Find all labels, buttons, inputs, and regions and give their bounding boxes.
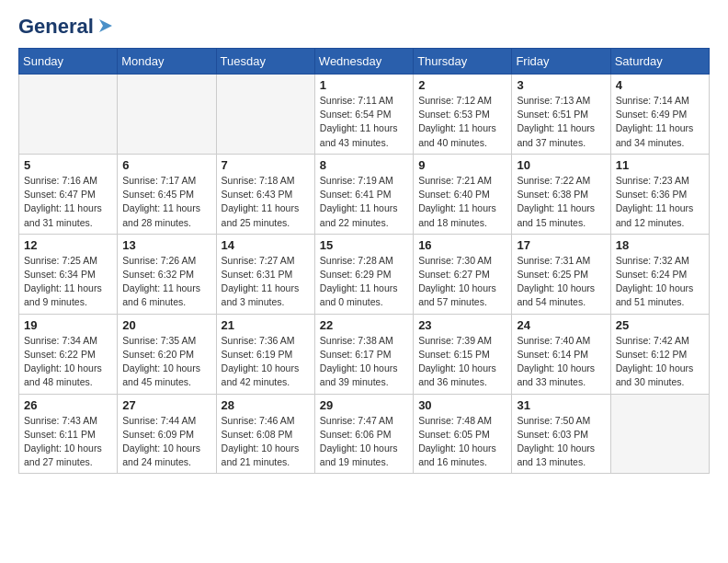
calendar-cell: 4Sunrise: 7:14 AM Sunset: 6:49 PM Daylig… <box>610 75 709 155</box>
day-info: Sunrise: 7:31 AM Sunset: 6:25 PM Dayligh… <box>517 254 605 310</box>
day-info: Sunrise: 7:27 AM Sunset: 6:31 PM Dayligh… <box>222 254 310 310</box>
day-number: 14 <box>222 238 310 252</box>
calendar-header-tuesday: Tuesday <box>216 49 314 75</box>
calendar-header-monday: Monday <box>118 49 216 75</box>
day-number: 6 <box>122 158 210 172</box>
calendar-cell: 14Sunrise: 7:27 AM Sunset: 6:31 PM Dayli… <box>216 234 314 314</box>
calendar-cell: 21Sunrise: 7:36 AM Sunset: 6:19 PM Dayli… <box>216 314 314 394</box>
calendar-cell <box>19 75 118 155</box>
calendar-week-row: 12Sunrise: 7:25 AM Sunset: 6:34 PM Dayli… <box>19 234 710 314</box>
day-info: Sunrise: 7:26 AM Sunset: 6:32 PM Dayligh… <box>122 254 210 310</box>
day-info: Sunrise: 7:46 AM Sunset: 6:08 PM Dayligh… <box>222 414 310 470</box>
day-number: 27 <box>122 398 210 412</box>
calendar-cell: 10Sunrise: 7:22 AM Sunset: 6:38 PM Dayli… <box>512 154 610 234</box>
calendar-header-saturday: Saturday <box>610 49 709 75</box>
logo: General <box>18 15 116 39</box>
day-number: 12 <box>24 238 112 252</box>
calendar-cell: 29Sunrise: 7:47 AM Sunset: 6:06 PM Dayli… <box>314 394 413 474</box>
day-number: 2 <box>418 78 506 92</box>
day-number: 5 <box>24 158 112 172</box>
calendar-cell <box>216 75 314 155</box>
day-number: 8 <box>320 158 408 172</box>
svg-marker-0 <box>99 19 112 32</box>
calendar-cell: 12Sunrise: 7:25 AM Sunset: 6:34 PM Dayli… <box>19 234 118 314</box>
day-number: 30 <box>418 398 506 412</box>
day-number: 20 <box>122 318 210 332</box>
calendar-cell: 5Sunrise: 7:16 AM Sunset: 6:47 PM Daylig… <box>19 154 118 234</box>
day-info: Sunrise: 7:21 AM Sunset: 6:40 PM Dayligh… <box>418 174 506 230</box>
day-info: Sunrise: 7:40 AM Sunset: 6:14 PM Dayligh… <box>517 334 605 390</box>
calendar-week-row: 1Sunrise: 7:11 AM Sunset: 6:54 PM Daylig… <box>19 75 710 155</box>
day-info: Sunrise: 7:28 AM Sunset: 6:29 PM Dayligh… <box>320 254 408 310</box>
calendar-header-wednesday: Wednesday <box>314 49 413 75</box>
day-number: 11 <box>616 158 704 172</box>
day-info: Sunrise: 7:13 AM Sunset: 6:51 PM Dayligh… <box>517 94 605 150</box>
day-number: 31 <box>517 398 605 412</box>
day-info: Sunrise: 7:25 AM Sunset: 6:34 PM Dayligh… <box>24 254 112 310</box>
day-info: Sunrise: 7:43 AM Sunset: 6:11 PM Dayligh… <box>24 414 112 470</box>
day-info: Sunrise: 7:18 AM Sunset: 6:43 PM Dayligh… <box>222 174 310 230</box>
calendar-cell: 7Sunrise: 7:18 AM Sunset: 6:43 PM Daylig… <box>216 154 314 234</box>
calendar-cell: 26Sunrise: 7:43 AM Sunset: 6:11 PM Dayli… <box>19 394 118 474</box>
day-info: Sunrise: 7:14 AM Sunset: 6:49 PM Dayligh… <box>616 94 704 150</box>
day-number: 1 <box>320 78 408 92</box>
day-info: Sunrise: 7:39 AM Sunset: 6:15 PM Dayligh… <box>418 334 506 390</box>
calendar-cell: 31Sunrise: 7:50 AM Sunset: 6:03 PM Dayli… <box>512 394 610 474</box>
calendar-header-friday: Friday <box>512 49 610 75</box>
logo-general-text: General <box>18 15 94 39</box>
day-info: Sunrise: 7:47 AM Sunset: 6:06 PM Dayligh… <box>320 414 408 470</box>
day-info: Sunrise: 7:42 AM Sunset: 6:12 PM Dayligh… <box>616 334 704 390</box>
day-number: 19 <box>24 318 112 332</box>
calendar-cell: 15Sunrise: 7:28 AM Sunset: 6:29 PM Dayli… <box>314 234 413 314</box>
day-info: Sunrise: 7:23 AM Sunset: 6:36 PM Dayligh… <box>616 174 704 230</box>
day-info: Sunrise: 7:32 AM Sunset: 6:24 PM Dayligh… <box>616 254 704 310</box>
calendar-cell: 1Sunrise: 7:11 AM Sunset: 6:54 PM Daylig… <box>314 75 413 155</box>
day-info: Sunrise: 7:48 AM Sunset: 6:05 PM Dayligh… <box>418 414 506 470</box>
day-number: 4 <box>616 78 704 92</box>
day-info: Sunrise: 7:44 AM Sunset: 6:09 PM Dayligh… <box>122 414 210 470</box>
calendar-cell: 3Sunrise: 7:13 AM Sunset: 6:51 PM Daylig… <box>512 75 610 155</box>
calendar-table: SundayMondayTuesdayWednesdayThursdayFrid… <box>18 48 710 474</box>
calendar-cell: 8Sunrise: 7:19 AM Sunset: 6:41 PM Daylig… <box>314 154 413 234</box>
day-number: 9 <box>418 158 506 172</box>
calendar-cell: 23Sunrise: 7:39 AM Sunset: 6:15 PM Dayli… <box>414 314 512 394</box>
calendar-week-row: 26Sunrise: 7:43 AM Sunset: 6:11 PM Dayli… <box>19 394 710 474</box>
day-number: 21 <box>222 318 310 332</box>
day-number: 26 <box>24 398 112 412</box>
calendar-cell: 17Sunrise: 7:31 AM Sunset: 6:25 PM Dayli… <box>512 234 610 314</box>
day-info: Sunrise: 7:17 AM Sunset: 6:45 PM Dayligh… <box>122 174 210 230</box>
day-info: Sunrise: 7:34 AM Sunset: 6:22 PM Dayligh… <box>24 334 112 390</box>
calendar-cell: 27Sunrise: 7:44 AM Sunset: 6:09 PM Dayli… <box>118 394 216 474</box>
day-info: Sunrise: 7:30 AM Sunset: 6:27 PM Dayligh… <box>418 254 506 310</box>
day-info: Sunrise: 7:11 AM Sunset: 6:54 PM Dayligh… <box>320 94 408 150</box>
calendar-week-row: 19Sunrise: 7:34 AM Sunset: 6:22 PM Dayli… <box>19 314 710 394</box>
calendar-week-row: 5Sunrise: 7:16 AM Sunset: 6:47 PM Daylig… <box>19 154 710 234</box>
calendar-cell: 19Sunrise: 7:34 AM Sunset: 6:22 PM Dayli… <box>19 314 118 394</box>
calendar-cell: 24Sunrise: 7:40 AM Sunset: 6:14 PM Dayli… <box>512 314 610 394</box>
day-info: Sunrise: 7:12 AM Sunset: 6:53 PM Dayligh… <box>418 94 506 150</box>
day-number: 18 <box>616 238 704 252</box>
day-number: 16 <box>418 238 506 252</box>
header: General <box>18 15 710 39</box>
day-number: 3 <box>517 78 605 92</box>
calendar-cell: 9Sunrise: 7:21 AM Sunset: 6:40 PM Daylig… <box>414 154 512 234</box>
calendar-cell: 13Sunrise: 7:26 AM Sunset: 6:32 PM Dayli… <box>118 234 216 314</box>
calendar-cell <box>118 75 216 155</box>
calendar-cell: 30Sunrise: 7:48 AM Sunset: 6:05 PM Dayli… <box>414 394 512 474</box>
calendar-cell: 22Sunrise: 7:38 AM Sunset: 6:17 PM Dayli… <box>314 314 413 394</box>
day-number: 10 <box>517 158 605 172</box>
day-number: 7 <box>222 158 310 172</box>
page-container: General SundayMondayTuesdayWednesdayThur… <box>0 0 728 483</box>
day-number: 17 <box>517 238 605 252</box>
calendar-cell: 28Sunrise: 7:46 AM Sunset: 6:08 PM Dayli… <box>216 394 314 474</box>
day-info: Sunrise: 7:16 AM Sunset: 6:47 PM Dayligh… <box>24 174 112 230</box>
calendar-header-thursday: Thursday <box>414 49 512 75</box>
calendar-cell: 2Sunrise: 7:12 AM Sunset: 6:53 PM Daylig… <box>414 75 512 155</box>
day-number: 28 <box>222 398 310 412</box>
calendar-cell: 20Sunrise: 7:35 AM Sunset: 6:20 PM Dayli… <box>118 314 216 394</box>
logo-arrow-icon <box>96 16 116 36</box>
day-number: 13 <box>122 238 210 252</box>
day-number: 23 <box>418 318 506 332</box>
calendar-cell: 16Sunrise: 7:30 AM Sunset: 6:27 PM Dayli… <box>414 234 512 314</box>
day-info: Sunrise: 7:35 AM Sunset: 6:20 PM Dayligh… <box>122 334 210 390</box>
